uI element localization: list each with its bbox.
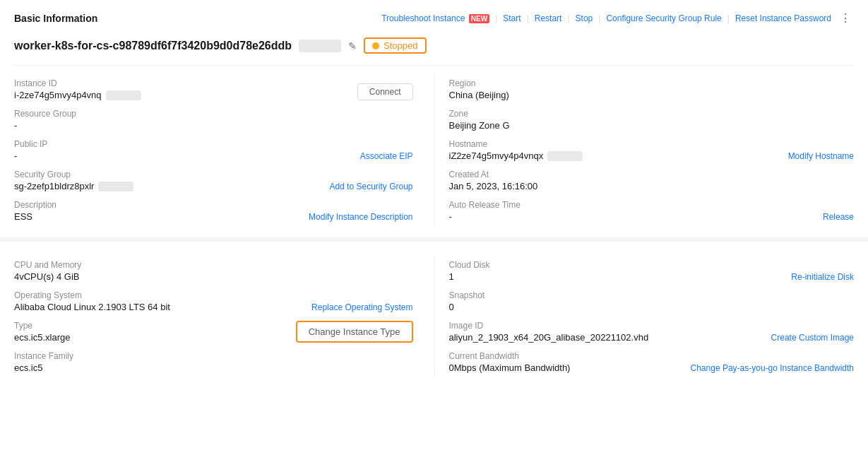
description-row: Description ESS Modify Instance Descript… xyxy=(14,196,413,226)
hostname-row: Hostname iZ2ze74g5mvy4p4vnqx Modify Host… xyxy=(449,135,855,165)
header-actions: Troubleshoot Instance NEW | Start | Rest… xyxy=(381,11,854,25)
release-link[interactable]: Release xyxy=(823,212,854,222)
instance-id-row: Instance ID i-2ze74g5mvy4p4vnq Connect xyxy=(14,74,413,105)
hostname-label: Hostname xyxy=(449,139,583,149)
resource-group-row: Resource Group - xyxy=(14,105,413,135)
zone-row: Zone Beijing Zone G xyxy=(449,105,855,135)
resource-group-label: Resource Group xyxy=(14,109,413,119)
cpu-value: 4vCPU(s) 4 GiB xyxy=(14,271,413,282)
replace-os-link[interactable]: Replace Operating System xyxy=(311,302,412,312)
instance-id-blur xyxy=(106,90,141,100)
created-at-label: Created At xyxy=(449,170,855,179)
description-left: Description ESS xyxy=(14,200,57,222)
instance-id-value: i-2ze74g5mvy4p4vnq xyxy=(14,90,141,100)
cpu-label: CPU and Memory xyxy=(14,260,413,270)
type-label: Type xyxy=(14,321,70,331)
description-label: Description xyxy=(14,200,57,210)
second-right-column: Cloud Disk 1 Re-initialize Disk Snapshot… xyxy=(434,256,855,377)
associate-eip-link[interactable]: Associate EIP xyxy=(360,151,413,161)
create-image-link[interactable]: Create Custom Image xyxy=(771,333,854,343)
left-column: Instance ID i-2ze74g5mvy4p4vnq Connect R… xyxy=(14,74,434,226)
connect-button[interactable]: Connect xyxy=(357,83,413,100)
modify-desc-link[interactable]: Modify Instance Description xyxy=(309,212,412,222)
new-badge: NEW xyxy=(469,14,489,23)
cloud-disk-value: 1 xyxy=(449,271,490,282)
zone-value: Beijing Zone G xyxy=(449,120,855,131)
created-at-value: Jan 5, 2023, 16:16:00 xyxy=(449,181,855,191)
snapshot-label: Snapshot xyxy=(449,290,855,300)
second-section: CPU and Memory 4vCPU(s) 4 GiB Operating … xyxy=(14,253,854,377)
edit-icon[interactable]: ✎ xyxy=(348,40,357,52)
restart-link[interactable]: Restart xyxy=(535,13,562,23)
instance-name-blur xyxy=(299,40,341,52)
info-grid: Instance ID i-2ze74g5mvy4p4vnq Connect R… xyxy=(14,74,854,226)
instance-id-label: Instance ID xyxy=(14,78,141,88)
public-ip-row: Public IP - Associate EIP xyxy=(14,135,413,165)
hostname-blur xyxy=(547,151,583,161)
created-at-row: Created At Jan 5, 2023, 16:16:00 xyxy=(449,165,855,196)
bandwidth-label: Current Bandwidth xyxy=(449,351,571,361)
add-to-sg-link[interactable]: Add to Security Group xyxy=(329,182,412,191)
region-label: Region xyxy=(449,78,855,88)
more-icon[interactable]: ⋮ xyxy=(837,11,854,25)
os-row: Operating System Alibaba Cloud Linux 2.1… xyxy=(14,286,413,317)
change-instance-type-button[interactable]: Change Instance Type xyxy=(296,321,413,343)
change-bandwidth-link[interactable]: Change Pay-as-you-go Instance Bandwidth xyxy=(691,363,854,373)
sg-blur xyxy=(98,182,133,191)
reset-pwd-link[interactable]: Reset Instance Password xyxy=(735,13,831,23)
snapshot-row: Snapshot 0 xyxy=(449,286,855,317)
reinit-disk-link[interactable]: Re-initialize Disk xyxy=(791,272,854,282)
bandwidth-row: Current Bandwidth 0Mbps (Maximum Bandwid… xyxy=(449,347,855,377)
cpu-row: CPU and Memory 4vCPU(s) 4 GiB xyxy=(14,256,413,286)
hostname-value: iZ2ze74g5mvy4p4vnqx xyxy=(449,150,583,161)
header: Basic Information Troubleshoot Instance … xyxy=(14,11,854,30)
separator-2: | xyxy=(527,13,529,23)
bandwidth-left: Current Bandwidth 0Mbps (Maximum Bandwid… xyxy=(449,351,571,373)
type-row: Type ecs.ic5.xlarge Change Instance Type xyxy=(14,317,413,347)
auto-release-left: Auto Release Time - xyxy=(449,200,521,222)
page-title: Basic Information xyxy=(14,13,97,24)
os-value: Alibaba Cloud Linux 2.1903 LTS 64 bit xyxy=(14,302,170,312)
family-value: ecs.ic5 xyxy=(14,362,413,373)
second-left-column: CPU and Memory 4vCPU(s) 4 GiB Operating … xyxy=(14,256,434,377)
auto-release-row: Auto Release Time - Release xyxy=(449,196,855,226)
security-group-label: Security Group xyxy=(14,170,133,179)
type-value: ecs.ic5.xlarge xyxy=(14,332,70,343)
auto-release-label: Auto Release Time xyxy=(449,200,521,210)
cloud-disk-label: Cloud Disk xyxy=(449,260,490,270)
hostname-left: Hostname iZ2ze74g5mvy4p4vnqx xyxy=(449,139,583,161)
auto-release-value: - xyxy=(449,211,521,222)
resource-group-value: - xyxy=(14,120,413,131)
cloud-disk-row: Cloud Disk 1 Re-initialize Disk xyxy=(449,256,855,286)
snapshot-value: 0 xyxy=(449,302,855,312)
start-link[interactable]: Start xyxy=(503,13,521,23)
public-ip-label: Public IP xyxy=(14,139,47,149)
info-section: Instance ID i-2ze74g5mvy4p4vnq Connect R… xyxy=(14,65,854,226)
cloud-disk-left: Cloud Disk 1 xyxy=(449,260,490,282)
separator-3: | xyxy=(567,13,569,23)
stop-link[interactable]: Stop xyxy=(576,13,593,23)
bandwidth-value: 0Mbps (Maximum Bandwidth) xyxy=(449,362,571,373)
security-group-value: sg-2zefp1bldrz8pxlr xyxy=(14,181,133,191)
second-info-grid: CPU and Memory 4vCPU(s) 4 GiB Operating … xyxy=(14,256,854,377)
family-label: Instance Family xyxy=(14,351,413,361)
region-row: Region China (Beijing) xyxy=(449,74,855,105)
section-divider xyxy=(0,237,868,242)
configure-sg-link[interactable]: Configure Security Group Rule xyxy=(606,13,721,23)
right-column: Region China (Beijing) Zone Beijing Zone… xyxy=(434,74,855,226)
os-left: Operating System Alibaba Cloud Linux 2.1… xyxy=(14,290,170,312)
os-label: Operating System xyxy=(14,290,170,300)
security-group-row: Security Group sg-2zefp1bldrz8pxlr Add t… xyxy=(14,165,413,196)
modify-hostname-link[interactable]: Modify Hostname xyxy=(788,151,854,161)
status-badge: Stopped xyxy=(364,37,426,54)
instance-name-row: worker-k8s-for-cs-c98789df6f7f3420b9d0d7… xyxy=(14,37,854,54)
separator-1: | xyxy=(495,13,497,23)
troubleshoot-link[interactable]: Troubleshoot Instance NEW xyxy=(381,13,489,23)
status-label: Stopped xyxy=(384,40,417,51)
instance-name: worker-k8s-for-cs-c98789df6f7f3420b9d0d7… xyxy=(14,40,292,52)
separator-4: | xyxy=(598,13,600,23)
instance-id-left: Instance ID i-2ze74g5mvy4p4vnq xyxy=(14,78,141,100)
page-container: Basic Information Troubleshoot Instance … xyxy=(0,0,868,389)
image-id-label: Image ID xyxy=(449,321,649,331)
image-id-left: Image ID aliyun_2_1903_x64_20G_alibase_2… xyxy=(449,321,649,343)
